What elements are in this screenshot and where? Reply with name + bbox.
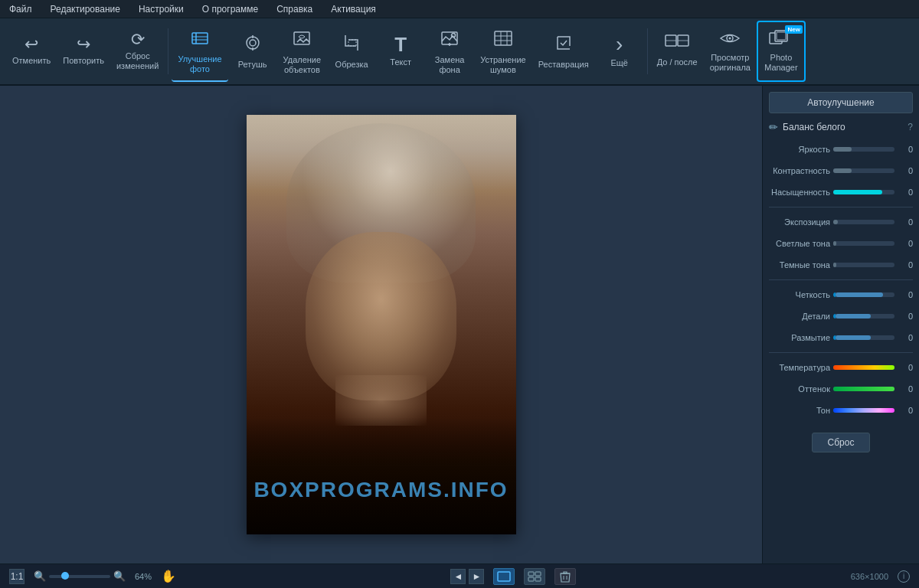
contrast-value: 0 (898, 166, 913, 175)
menu-file[interactable]: Файл (6, 2, 35, 16)
sharpness-label: Четкость (769, 290, 830, 299)
enhance-icon (189, 27, 211, 51)
highlights-row: Светлые тона 0 (769, 235, 913, 252)
redo-button[interactable]: ↪ Повторить (57, 21, 110, 82)
tint-slider[interactable] (833, 387, 894, 391)
temperature-row: Температура 0 (769, 359, 913, 376)
more-label: Ещё (610, 58, 628, 68)
menu-edit[interactable]: Редактирование (47, 2, 123, 16)
hand-tool-icon[interactable]: ✋ (161, 569, 176, 583)
svg-point-23 (729, 37, 731, 39)
exposure-slider[interactable] (833, 220, 894, 224)
canvas-area[interactable]: BOXPROGRAMS.INFO (0, 86, 762, 564)
zoom-out-icon[interactable]: 🔍 (34, 570, 46, 582)
brush-icon: ✏ (769, 121, 778, 133)
crop-button[interactable]: Обрезка (327, 21, 376, 82)
help-icon[interactable]: ? (908, 122, 913, 132)
svg-point-12 (452, 33, 456, 37)
temperature-slider[interactable] (833, 365, 894, 370)
undo-icon: ↩ (25, 36, 38, 53)
denoise-button[interactable]: Устранение шумов (474, 21, 532, 82)
undo-button[interactable]: ↩ Отменить (6, 21, 57, 82)
tone-value: 0 (898, 406, 913, 415)
zoom-slider-track[interactable] (49, 575, 110, 578)
exposure-label: Экспозиция (769, 217, 830, 227)
crop-label: Обрезка (335, 60, 368, 70)
delete-button[interactable] (554, 568, 576, 585)
fit-button[interactable]: 1:1 (9, 569, 25, 584)
contrast-label: Контрастность (769, 166, 830, 175)
details-value: 0 (898, 312, 913, 321)
image-view-grid[interactable] (524, 568, 545, 585)
before-after-icon (665, 34, 689, 54)
menu-settings[interactable]: Настройки (136, 2, 187, 16)
sharpness-value: 0 (898, 290, 913, 299)
image-dimensions: 636×1000 (851, 572, 888, 581)
preview-original-button[interactable]: Просмотр оригинала (704, 21, 757, 82)
photo-manager-button[interactable]: New Photo Manager (757, 21, 806, 82)
before-after-button[interactable]: До / после (651, 21, 704, 82)
photo-container (247, 115, 516, 534)
tone-slider[interactable] (833, 408, 894, 413)
shadows-value: 0 (898, 260, 913, 270)
bg-replace-button[interactable]: Замена фона (425, 21, 474, 82)
tint-label: Оттенок (769, 384, 830, 394)
enhance-photo-button[interactable]: Улучшение фото (172, 21, 227, 82)
restore-button[interactable]: Реставрация (532, 21, 595, 82)
saturation-row: Насыщенность 0 (769, 184, 913, 201)
text-button[interactable]: T Текст (376, 21, 425, 82)
undo-label: Отменить (12, 56, 51, 66)
menu-activation[interactable]: Активация (328, 2, 379, 16)
reset-icon: ⟳ (131, 31, 145, 48)
redo-label: Повторить (63, 56, 104, 66)
brightness-row: Яркость 0 (769, 141, 913, 158)
reset-changes-button[interactable]: ⟳ Сброс изменений (110, 21, 165, 82)
temperature-label: Температура (769, 363, 830, 372)
enhance-label: Улучшение фото (178, 54, 221, 74)
blur-slider[interactable] (833, 335, 894, 340)
brightness-label: Яркость (769, 145, 830, 154)
prev-image-button[interactable]: ◄ (450, 569, 466, 584)
zoom-control: 🔍 🔍 (34, 570, 126, 582)
svg-rect-27 (498, 572, 510, 581)
zoom-level: 64% (135, 572, 152, 581)
zoom-in-icon[interactable]: 🔍 (113, 570, 126, 582)
details-row: Детали 0 (769, 308, 913, 325)
svg-rect-0 (192, 33, 208, 44)
highlights-slider[interactable] (833, 241, 894, 246)
retouch-icon (242, 32, 263, 57)
reset-button[interactable]: Сброс (812, 433, 871, 452)
svg-rect-31 (535, 577, 541, 581)
preview-icon (719, 30, 741, 50)
retouch-button[interactable]: Ретушь (228, 21, 277, 82)
remove-objects-button[interactable]: Удаление объектов (277, 21, 328, 82)
info-button[interactable]: i (898, 570, 910, 583)
menu-help[interactable]: Справка (273, 2, 316, 16)
remove-objects-icon (291, 28, 312, 52)
image-view-single[interactable] (493, 568, 515, 585)
new-badge: New (785, 25, 802, 34)
shadows-slider[interactable] (833, 263, 894, 267)
bg-replace-icon (439, 28, 460, 52)
auto-enhance-button[interactable]: Автоулучшение (769, 92, 913, 113)
menu-bar: Файл Редактирование Настройки О программ… (0, 0, 919, 18)
group-sep-1 (769, 207, 913, 207)
denoise-label: Устранение шумов (480, 55, 526, 75)
shadows-label: Темные тона (769, 260, 830, 270)
contrast-slider[interactable] (833, 168, 894, 173)
shadows-row: Темные тона 0 (769, 256, 913, 273)
bg-replace-label: Замена фона (435, 55, 465, 75)
details-label: Детали (769, 312, 830, 321)
svg-rect-28 (528, 572, 534, 576)
menu-about[interactable]: О программе (199, 2, 261, 16)
sharpness-slider[interactable] (833, 292, 894, 297)
brightness-slider[interactable] (833, 147, 894, 152)
saturation-label: Насыщенность (769, 188, 830, 197)
restore-icon (553, 32, 574, 57)
next-image-button[interactable]: ► (469, 569, 484, 584)
details-slider[interactable] (833, 314, 894, 318)
more-button[interactable]: › Ещё (595, 21, 644, 82)
reset-label: Сброс изменений (116, 51, 159, 71)
saturation-slider[interactable] (833, 190, 894, 194)
remove-objects-label: Удаление объектов (283, 55, 322, 75)
